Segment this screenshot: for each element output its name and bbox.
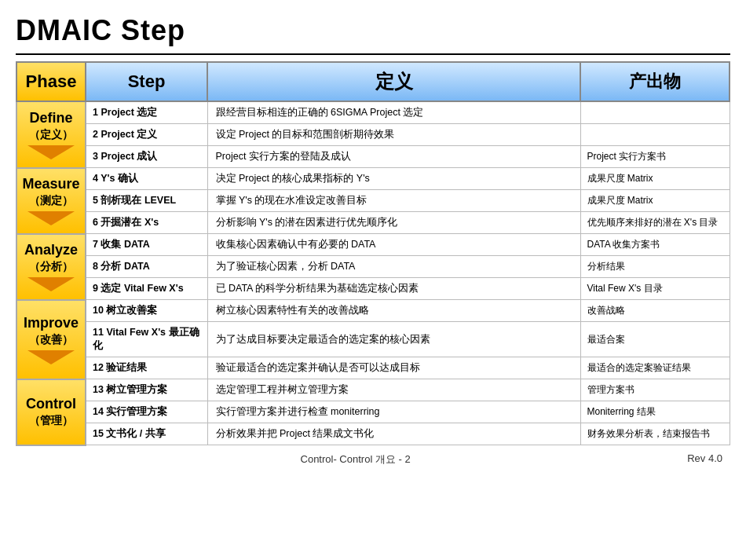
phase-cell-analyze: Analyze（分析） — [16, 234, 86, 300]
table-row: 9 选定 Vital Few X's已 DATA 的科学分析结果为基础选定核心因… — [16, 278, 730, 300]
step-cell: 4 Y's 确认 — [86, 168, 207, 190]
table-row: Improve（改善）10 树立改善案树立核心因素特性有关的改善战略改善战略 — [16, 300, 730, 322]
header-output: 产出物 — [580, 62, 730, 101]
header-phase: Phase — [16, 62, 86, 101]
output-cell: 分析结果 — [580, 256, 730, 278]
definition-cell: 分析效果并把 Project 结果成文书化 — [207, 423, 580, 445]
table-row: Analyze（分析）7 收集 DATA收集核心因素确认中有必要的 DATADA… — [16, 234, 730, 256]
output-cell: 成果尺度 Matrix — [580, 190, 730, 212]
phase-sub: （测定） — [29, 194, 73, 207]
phase-name: Define — [29, 110, 72, 126]
footer-center: Control- Control 개요 - 2 — [301, 452, 411, 467]
definition-cell: Project 实行方案的登陆及成认 — [207, 146, 580, 168]
definition-cell: 跟经营目标相连的正确的 6SIGMA Project 选定 — [207, 101, 580, 124]
title-divider — [16, 53, 730, 55]
output-cell: DATA 收集方案书 — [580, 234, 730, 256]
table-row: 15 文书化 / 共享分析效果并把 Project 结果成文书化财务效果分析表，… — [16, 423, 730, 445]
definition-cell: 为了验证核心因素，分析 DATA — [207, 256, 580, 278]
table-row: 11 Vital Few X's 最正确化为了达成目标要决定最适合的选定案的核心… — [16, 322, 730, 357]
step-cell: 15 文书化 / 共享 — [86, 423, 207, 445]
phase-arrow — [27, 350, 75, 364]
output-cell: Project 实行方案书 — [580, 146, 730, 168]
phase-name: Measure — [22, 176, 79, 192]
header-row: Phase Step 定义 产出物 — [16, 62, 730, 101]
phase-cell-define: Define（定义） — [16, 101, 86, 168]
output-cell: 优先顺序来排好的潜在 X's 目录 — [580, 212, 730, 234]
footer-right: Rev 4.0 — [687, 452, 722, 467]
phase-sub: （管理） — [29, 414, 73, 426]
step-cell: 6 开掘潜在 X's — [86, 212, 207, 234]
definition-cell: 已 DATA 的科学分析结果为基础选定核心因素 — [207, 278, 580, 300]
table-row: Control（管理）13 树立管理方案选定管理工程并树立管理方案管理方案书 — [16, 379, 730, 401]
output-cell: 财务效果分析表，结束报告书 — [580, 423, 730, 445]
table-row: 3 Project 成认Project 实行方案的登陆及成认Project 实行… — [16, 146, 730, 168]
definition-cell: 验证最适合的选定案并确认是否可以达成目标 — [207, 357, 580, 379]
table-row: 8 分析 DATA为了验证核心因素，分析 DATA分析结果 — [16, 256, 730, 278]
definition-cell: 分析影响 Y's 的潜在因素进行优先顺序化 — [207, 212, 580, 234]
output-cell: Moniterring 结果 — [580, 401, 730, 423]
header-definition: 定义 — [207, 62, 580, 101]
phase-sub: （分析） — [29, 260, 73, 273]
page: DMAIC Step Phase Step 定义 产出物 Define（定义）1… — [0, 0, 746, 560]
phase-cell-measure: Measure（测定） — [16, 168, 86, 234]
phase-cell-improve: Improve（改善） — [16, 300, 86, 379]
table-row: 6 开掘潜在 X's分析影响 Y's 的潜在因素进行优先顺序化优先顺序来排好的潜… — [16, 212, 730, 234]
output-cell: 最适合的选定案验证结果 — [580, 357, 730, 379]
definition-cell: 收集核心因素确认中有必要的 DATA — [207, 234, 580, 256]
phase-arrow — [27, 145, 75, 159]
definition-cell: 为了达成目标要决定最适合的选定案的核心因素 — [207, 322, 580, 357]
output-cell — [580, 101, 730, 124]
dmaic-table: Phase Step 定义 产出物 Define（定义）1 Project 选定… — [16, 61, 730, 446]
definition-cell: 选定管理工程并树立管理方案 — [207, 379, 580, 401]
output-cell — [580, 124, 730, 146]
definition-cell: 掌握 Y's 的现在水准设定改善目标 — [207, 190, 580, 212]
table-row: 5 剖析现在 LEVEL掌握 Y's 的现在水准设定改善目标成果尺度 Matri… — [16, 190, 730, 212]
step-cell: 5 剖析现在 LEVEL — [86, 190, 207, 212]
definition-cell: 设定 Project 的目标和范围剖析期待效果 — [207, 124, 580, 146]
phase-name: Analyze — [24, 242, 78, 258]
phase-name: Improve — [24, 315, 79, 331]
definition-cell: 树立核心因素特性有关的改善战略 — [207, 300, 580, 322]
footer: Control- Control 개요 - 2 Rev 4.0 — [16, 452, 730, 467]
phase-sub: （改善） — [29, 333, 73, 346]
step-cell: 7 收集 DATA — [86, 234, 207, 256]
step-cell: 3 Project 成认 — [86, 146, 207, 168]
header-step: Step — [86, 62, 207, 101]
step-cell: 8 分析 DATA — [86, 256, 207, 278]
step-cell: 1 Project 选定 — [86, 101, 207, 124]
table-row: 14 实行管理方案实行管理方案并进行检查 moniterringMoniterr… — [16, 401, 730, 423]
output-cell: 最适合案 — [580, 322, 730, 357]
phase-arrow — [27, 277, 75, 291]
step-cell: 11 Vital Few X's 最正确化 — [86, 322, 207, 357]
output-cell: 成果尺度 Matrix — [580, 168, 730, 190]
table-row: Define（定义）1 Project 选定跟经营目标相连的正确的 6SIGMA… — [16, 101, 730, 124]
page-title: DMAIC Step — [16, 14, 730, 47]
step-cell: 14 实行管理方案 — [86, 401, 207, 423]
phase-arrow — [27, 211, 75, 225]
step-cell: 10 树立改善案 — [86, 300, 207, 322]
step-cell: 9 选定 Vital Few X's — [86, 278, 207, 300]
definition-cell: 实行管理方案并进行检查 moniterring — [207, 401, 580, 423]
step-cell: 13 树立管理方案 — [86, 379, 207, 401]
output-cell: Vital Few X's 目录 — [580, 278, 730, 300]
definition-cell: 决定 Project 的核心成果指标的 Y's — [207, 168, 580, 190]
table-row: Measure（测定）4 Y's 确认决定 Project 的核心成果指标的 Y… — [16, 168, 730, 190]
output-cell: 改善战略 — [580, 300, 730, 322]
output-cell: 管理方案书 — [580, 379, 730, 401]
step-cell: 12 验证结果 — [86, 357, 207, 379]
phase-name: Control — [26, 396, 76, 412]
phase-cell-control: Control（管理） — [16, 379, 86, 445]
phase-sub: （定义） — [29, 128, 73, 141]
table-row: 12 验证结果验证最适合的选定案并确认是否可以达成目标最适合的选定案验证结果 — [16, 357, 730, 379]
table-row: 2 Project 定义设定 Project 的目标和范围剖析期待效果 — [16, 124, 730, 146]
step-cell: 2 Project 定义 — [86, 124, 207, 146]
